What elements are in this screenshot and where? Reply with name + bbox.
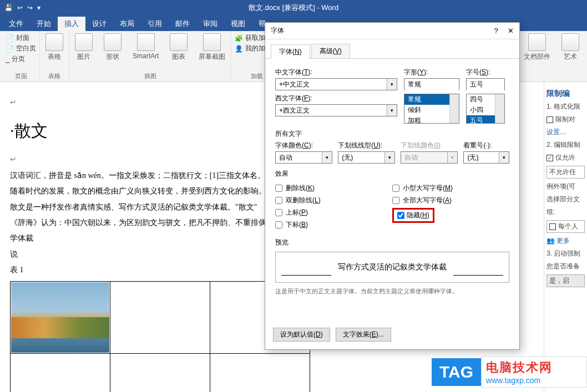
qat-more-icon[interactable]: ▾ xyxy=(37,4,41,12)
picture-button[interactable]: 图片 xyxy=(73,33,95,62)
group-illustrations: 图片 形状 SmartArt 图表 屏幕截图 插图 xyxy=(69,31,231,82)
table-cell[interactable] xyxy=(110,353,210,392)
tab-design[interactable]: 设计 xyxy=(85,17,113,31)
style-opt-regular[interactable]: 常规 xyxy=(404,94,459,105)
save-icon[interactable]: 💾 xyxy=(4,4,13,12)
table-cell[interactable] xyxy=(110,281,210,353)
dialog-tab-advanced[interactable]: 高级(V) xyxy=(311,44,350,58)
restrict-editing-panel: 限制编 1. 格式化限 限制对 设置… 2. 编辑限制 仅允许 不允许任 例外项… xyxy=(544,82,587,392)
table-cell[interactable] xyxy=(210,353,310,392)
font-color-label: 字体颜色(C): xyxy=(275,141,332,150)
preview-box: 写作方式灵活的记叙类文学体裁 xyxy=(275,252,509,283)
tab-review[interactable]: 审阅 xyxy=(196,17,224,31)
chart-button[interactable]: 图表 xyxy=(168,33,190,62)
strike-checkbox[interactable]: 删除线(K) xyxy=(275,184,392,193)
docparts-button[interactable]: 文档部件 xyxy=(522,33,553,62)
tab-layout[interactable]: 布局 xyxy=(113,17,141,31)
dialog-footer: 设为默认值(D) 文字效果(E)... xyxy=(265,324,519,349)
preview-rule-left xyxy=(281,275,331,276)
table-cell[interactable] xyxy=(11,353,110,392)
superscript-checkbox[interactable]: 上标(P) xyxy=(275,208,392,217)
en-font-combo[interactable]: +西文正文▾ xyxy=(275,104,397,116)
redo-icon[interactable]: ↪ xyxy=(27,4,33,12)
panel-groups: 组: xyxy=(546,207,585,217)
size-opt-x4[interactable]: 小四 xyxy=(467,105,504,115)
tab-references[interactable]: 引用 xyxy=(141,17,169,31)
group-tables: 表格 表格 xyxy=(40,31,69,82)
dialog-tab-font[interactable]: 字体(N) xyxy=(271,44,310,59)
table-button[interactable]: 表格 xyxy=(43,33,65,62)
style-opt-italic[interactable]: 倾斜 xyxy=(404,105,459,115)
panel-select-parts: 选择部分文 xyxy=(546,195,585,204)
page-break-button[interactable]: ⎯ 分页 xyxy=(6,54,25,64)
panel-settings-link[interactable]: 设置… xyxy=(546,128,585,137)
blank-page-button[interactable]: 📄 空白页 xyxy=(6,44,36,53)
size-opt-4[interactable]: 四号 xyxy=(467,94,504,105)
style-label: 字形(Y): xyxy=(404,68,459,77)
chevron-down-icon[interactable]: ▾ xyxy=(499,152,509,163)
size-label: 字号(S): xyxy=(466,68,505,77)
preview-text: 写作方式灵活的记叙类文学体裁 xyxy=(338,262,447,272)
style-input[interactable]: 常规 xyxy=(404,78,459,90)
underline-color-label: 下划线颜色(I): xyxy=(401,141,458,150)
tag-watermark: TAG 电脑技术网 www.tagxp.com xyxy=(432,352,587,392)
style-opt-bold[interactable]: 加粗 xyxy=(404,115,459,124)
wordart-button[interactable]: 艺术 xyxy=(559,33,581,62)
font-dialog: 字体 ? ✕ 字体(N) 高级(V) 中文字体(T): +中文正文▾ 字形(Y)… xyxy=(265,22,520,350)
preview-label: 预览 xyxy=(275,238,509,247)
size-input[interactable]: 五号 xyxy=(466,78,505,90)
font-color-combo[interactable]: 自动▾ xyxy=(275,151,332,164)
tab-view[interactable]: 视图 xyxy=(224,17,252,31)
cn-font-label: 中文字体(T): xyxy=(275,68,397,77)
style-listbox[interactable]: 常规 倾斜 加粗 xyxy=(404,94,459,124)
chevron-down-icon[interactable]: ▾ xyxy=(387,105,397,116)
cn-font-combo[interactable]: +中文正文▾ xyxy=(275,78,397,90)
panel-noedit-combo[interactable]: 不允许任 xyxy=(546,166,585,179)
hidden-label: 隐藏(H) xyxy=(407,211,429,220)
hidden-checkbox[interactable] xyxy=(397,212,404,219)
panel-yes-button[interactable]: 是，启 xyxy=(546,274,585,287)
size-opt-5[interactable]: 五号 xyxy=(467,115,504,124)
shapes-button[interactable]: 形状 xyxy=(102,33,124,62)
chevron-down-icon[interactable]: ▾ xyxy=(387,79,397,90)
cover-page-button[interactable]: 📄 封面 xyxy=(6,33,29,43)
chevron-down-icon[interactable]: ▾ xyxy=(384,152,394,163)
quick-access-toolbar: 💾 ↩ ↪ ▾ xyxy=(4,4,41,12)
size-listbox[interactable]: 四号 小四 五号 xyxy=(466,94,505,124)
group-pages: 📄 封面 📄 空白页 ⎯ 分页 页面 xyxy=(2,31,40,82)
panel-everyone[interactable]: 每个人 xyxy=(546,220,585,233)
allcaps-checkbox[interactable]: 全部大写字母(A) xyxy=(392,196,509,205)
text-effects-button[interactable]: 文字效果(E)... xyxy=(336,328,391,342)
chevron-down-icon[interactable]: ▾ xyxy=(322,152,332,163)
chevron-down-icon: ▾ xyxy=(447,152,457,163)
panel-editing: 2. 编辑限制 xyxy=(546,140,585,150)
smartart-button[interactable]: SmartArt xyxy=(130,33,161,60)
tab-insert[interactable]: 插入 xyxy=(58,17,85,31)
dstrike-checkbox[interactable]: 双删除线(L) xyxy=(275,196,392,205)
en-font-label: 西文字体(F): xyxy=(275,94,397,103)
landscape-image xyxy=(11,282,109,353)
panel-ready: 您是否准备 xyxy=(546,262,585,271)
underline-style-combo[interactable]: (无)▾ xyxy=(338,151,395,164)
undo-icon[interactable]: ↩ xyxy=(17,4,23,12)
hidden-checkbox-wrap: 隐藏(H) xyxy=(392,208,509,223)
tag-cn: 电脑技术网 xyxy=(486,359,582,376)
tag-left: TAG xyxy=(432,358,481,386)
tab-mailings[interactable]: 邮件 xyxy=(169,17,196,31)
tab-file[interactable]: 文件 xyxy=(2,17,30,31)
tab-home[interactable]: 开始 xyxy=(30,17,58,31)
panel-allow-only[interactable]: 仅允许 xyxy=(546,153,585,162)
help-icon[interactable]: ? xyxy=(494,27,498,35)
smallcaps-checkbox[interactable]: 小型大写字母(M) xyxy=(392,184,509,193)
emphasis-label: 着重号(·): xyxy=(463,141,509,150)
subscript-checkbox[interactable]: 下标(B) xyxy=(275,220,392,230)
emphasis-combo[interactable]: (无)▾ xyxy=(463,151,509,164)
table-cell[interactable] xyxy=(11,281,110,353)
underline-style-label: 下划线线型(U): xyxy=(338,141,395,150)
effects-label: 效果 xyxy=(275,169,509,179)
close-icon[interactable]: ✕ xyxy=(508,27,514,35)
panel-limit-selection[interactable]: 限制对 xyxy=(546,115,585,124)
set-default-button[interactable]: 设为默认值(D) xyxy=(273,328,330,342)
screenshot-button[interactable]: 屏幕截图 xyxy=(196,33,227,62)
panel-more-link[interactable]: 👥 更多 xyxy=(546,236,585,246)
